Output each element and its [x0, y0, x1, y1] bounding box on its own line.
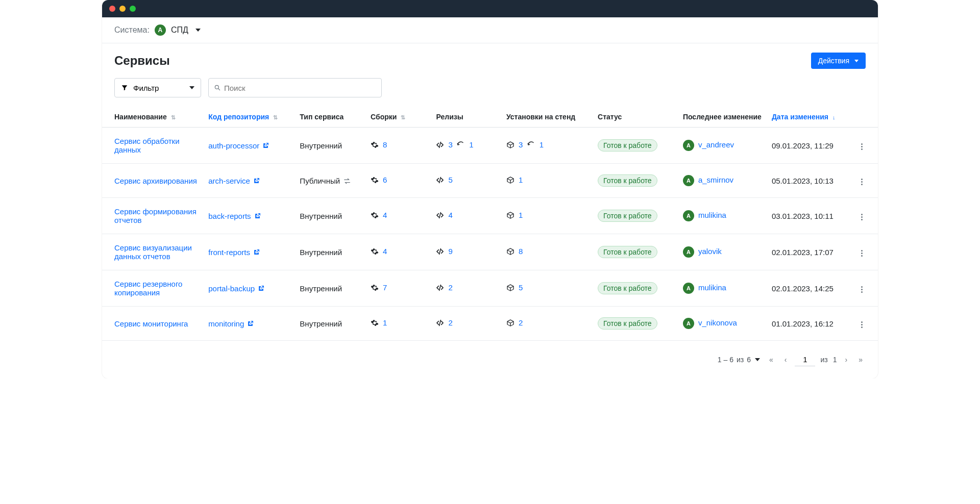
builds-count[interactable]: 7: [371, 283, 387, 292]
editor-link[interactable]: a_smirnov: [698, 175, 733, 184]
box-icon: [506, 176, 514, 184]
service-name-link[interactable]: Сервис мониторинга: [114, 319, 188, 328]
th-repo[interactable]: Код репозитория ⇅: [203, 107, 295, 128]
repo-link[interactable]: monitoring: [208, 319, 254, 328]
page-next[interactable]: ›: [842, 354, 851, 366]
editor-link[interactable]: mulikina: [698, 211, 726, 219]
stands-count[interactable]: 3: [506, 140, 523, 149]
external-link-icon: [254, 213, 261, 219]
service-type: Внутренний: [300, 141, 342, 150]
changed-date: 01.01.2023, 16:12: [772, 319, 834, 328]
sort-icon: ⇅: [273, 114, 278, 121]
builds-count[interactable]: 8: [371, 140, 387, 149]
builds-count[interactable]: 1: [371, 318, 387, 327]
service-type: Публичный: [300, 177, 340, 185]
service-name-link[interactable]: Сервис обработки данных: [114, 137, 180, 154]
releases-count[interactable]: 9: [436, 247, 452, 256]
code-icon: [436, 319, 444, 327]
builds-count[interactable]: 6: [371, 175, 387, 184]
changed-date: 09.01.2023, 11:29: [772, 141, 834, 150]
releases-count[interactable]: 4: [436, 211, 452, 219]
row-actions-menu[interactable]: [858, 247, 866, 260]
th-editor: Последнее изменение: [678, 107, 767, 128]
service-name-link[interactable]: Сервис архивирования: [114, 177, 197, 185]
external-link-icon: [247, 320, 254, 327]
window-min-dot[interactable]: [119, 6, 126, 12]
editor-link[interactable]: v_nikonova: [698, 318, 737, 327]
box-icon: [506, 247, 514, 256]
window-titlebar: [102, 0, 878, 17]
th-type: Тип сервиса: [295, 107, 365, 128]
external-link-icon: [253, 178, 260, 184]
stands-count[interactable]: 2: [506, 318, 523, 327]
stands-count[interactable]: 1: [506, 175, 523, 184]
avatar: A: [683, 210, 694, 221]
editor-link[interactable]: mulikina: [698, 283, 726, 292]
th-changed[interactable]: Дата изменения ↓: [767, 107, 853, 128]
builds-count[interactable]: 4: [371, 211, 387, 219]
window-max-dot[interactable]: [130, 6, 136, 12]
repo-link[interactable]: auth-processor: [208, 141, 269, 150]
changed-date: 03.01.2023, 10:11: [772, 212, 834, 220]
funnel-icon: [121, 84, 128, 91]
service-name-link[interactable]: Сервис резервного копирования: [114, 280, 182, 297]
box-icon: [506, 319, 514, 327]
th-builds[interactable]: Сборки ⇅: [365, 107, 431, 128]
service-name-link[interactable]: Сервис формирования отчетов: [114, 207, 197, 224]
row-actions-menu[interactable]: [858, 140, 866, 153]
table-row: Сервис обработки данныхauth-processorВну…: [102, 128, 878, 164]
search-input[interactable]: [221, 81, 376, 95]
gear-icon: [371, 284, 379, 292]
releases-count[interactable]: 3: [436, 140, 452, 149]
table-row: Сервис мониторингаmonitoringВнутренний12…: [102, 307, 878, 341]
repo-link[interactable]: back-reports: [208, 212, 260, 220]
row-actions-menu[interactable]: [858, 318, 866, 331]
row-actions-menu[interactable]: [858, 175, 866, 188]
releases-count[interactable]: 2: [436, 318, 452, 327]
status-badge: Готов к работе: [598, 139, 657, 152]
code-icon: [436, 211, 444, 219]
rows-summary[interactable]: 1 – 6 из 6: [718, 356, 760, 364]
avatar: A: [683, 283, 694, 294]
th-status: Статус: [593, 107, 678, 128]
filter-button[interactable]: Фильтр: [114, 78, 201, 97]
gear-icon: [371, 319, 379, 327]
external-link-icon: [253, 249, 260, 256]
stands-count[interactable]: 8: [506, 247, 523, 256]
status-badge: Готов к работе: [598, 210, 657, 222]
avatar: A: [683, 318, 694, 329]
status-badge: Готов к работе: [598, 317, 657, 330]
code-icon: [436, 176, 444, 184]
repo-link[interactable]: portal-backup: [208, 284, 264, 293]
releases-count[interactable]: 2: [436, 283, 452, 292]
releases-pending[interactable]: 1: [457, 140, 473, 149]
gear-icon: [371, 141, 379, 149]
window-close-dot[interactable]: [109, 6, 115, 12]
page-input[interactable]: [795, 353, 815, 366]
external-link-icon: [258, 285, 264, 292]
repo-link[interactable]: arch-service: [208, 177, 260, 185]
table-row: Сервис резервного копированияportal-back…: [102, 270, 878, 307]
service-type: Внутренний: [300, 319, 342, 328]
builds-count[interactable]: 4: [371, 247, 387, 256]
stands-pending[interactable]: 1: [527, 140, 544, 149]
stands-count[interactable]: 1: [506, 211, 523, 219]
changed-date: 02.01.2023, 17:07: [772, 248, 834, 257]
service-name-link[interactable]: Сервис визуализации данных отчетов: [114, 243, 192, 261]
sort-icon: ⇅: [401, 114, 405, 121]
page-first[interactable]: «: [766, 354, 776, 366]
actions-button[interactable]: Действия: [811, 53, 866, 69]
repo-link[interactable]: front-reports: [208, 248, 260, 257]
row-actions-menu[interactable]: [858, 211, 866, 223]
editor-link[interactable]: v_andreev: [698, 140, 734, 149]
row-actions-menu[interactable]: [858, 283, 866, 296]
page-last[interactable]: »: [855, 354, 866, 366]
system-selector[interactable]: Система: A СПД: [102, 17, 878, 43]
sort-icon: ⇅: [171, 114, 176, 121]
editor-link[interactable]: yalovik: [698, 247, 722, 256]
th-name[interactable]: Наименование ⇅: [102, 107, 203, 128]
releases-count[interactable]: 5: [436, 175, 452, 184]
stands-count[interactable]: 5: [506, 283, 523, 292]
status-badge: Готов к работе: [598, 246, 657, 258]
page-prev[interactable]: ‹: [781, 354, 790, 366]
